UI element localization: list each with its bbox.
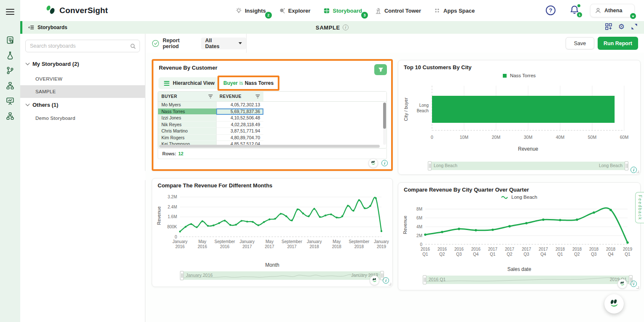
chart-legend[interactable]: Long Beach	[398, 195, 640, 200]
panel-footer-icons: i	[370, 276, 389, 285]
buyer-cell[interactable]: Chris Martino	[158, 128, 216, 135]
search-input[interactable]	[30, 40, 127, 52]
filter-lines-icon[interactable]	[208, 95, 213, 98]
revenue-cell[interactable]: 4,05,72,302.13	[216, 102, 263, 108]
flask-icon[interactable]	[6, 51, 14, 60]
horizontal-scrollbar[interactable]	[159, 145, 382, 148]
caret-down-icon	[239, 42, 242, 46]
svg-text:800K: 800K	[167, 225, 177, 229]
buyer-cell[interactable]: Kim Rogers	[158, 135, 216, 141]
vertical-scrollbar[interactable]	[383, 103, 386, 145]
slider-handle-right[interactable]	[625, 161, 628, 170]
category-range-slider[interactable]: Long Beach Long Beach	[429, 162, 628, 170]
resize-corner[interactable]	[636, 170, 639, 173]
buyer-cell[interactable]: Mo Myers	[158, 102, 216, 108]
sidebar-group-others[interactable]: Others (1)	[20, 99, 145, 110]
nav-control-tower[interactable]: Control Tower	[375, 7, 421, 14]
scrollbar-thumb[interactable]	[159, 145, 380, 148]
feedback-tab[interactable]: Feedback	[635, 192, 644, 223]
revenue-cell[interactable]: 4,10,52,506.48	[216, 115, 263, 122]
nav-explorer[interactable]: Explorer	[279, 7, 311, 14]
nav-insights[interactable]: Insights 2	[235, 7, 266, 14]
filter-lines-icon[interactable]	[255, 95, 260, 98]
sidebar-group-my-storyboard[interactable]: My Storyboard (2)	[20, 58, 145, 69]
column-header-revenue[interactable]: REVENUE	[216, 92, 263, 101]
resize-corner[interactable]	[389, 283, 391, 285]
table-row[interactable]: Chris Martino3,87,51,771.94	[158, 128, 386, 135]
branch-icon[interactable]	[6, 66, 14, 75]
table-row[interactable]: Izzi Jones4,10,52,506.48	[158, 115, 386, 122]
buyer-cell[interactable]: Izzi Jones	[158, 115, 216, 122]
org-chart-icon[interactable]	[6, 112, 14, 120]
info-icon[interactable]: i	[631, 167, 637, 173]
panel-title: Revenue By Customer	[159, 65, 217, 71]
svg-text:2017: 2017	[488, 247, 498, 252]
slider-handle-left[interactable]	[428, 161, 432, 170]
svg-text:Q4: Q4	[608, 252, 614, 257]
sidebar-item-overview[interactable]: OVERVIEW	[20, 73, 145, 85]
hierarchical-view-button[interactable]: Hierarchical View	[158, 77, 220, 89]
panel-revenue-by-quarter: Compare Revenue By City Quarter Over Qua…	[398, 182, 641, 290]
svg-text:2.4M: 2.4M	[168, 205, 177, 209]
hamburger-menu-icon[interactable]	[6, 9, 14, 15]
svg-text:2017: 2017	[242, 244, 252, 249]
run-report-button[interactable]: Run Report	[598, 37, 638, 50]
svg-text:September: September	[215, 239, 236, 244]
date-range-slider[interactable]: January 2016 January 2019	[181, 271, 383, 280]
conversight-logo[interactable]: ConverSight	[44, 4, 108, 17]
nav-storyboard[interactable]: Storyboard 3	[323, 7, 362, 14]
resize-corner[interactable]	[636, 286, 639, 289]
info-icon[interactable]: i	[381, 160, 388, 166]
slider-handle-left[interactable]	[180, 271, 184, 280]
svg-text:Beach: Beach	[417, 108, 429, 113]
buyer-cell[interactable]: Nass Torres	[158, 108, 216, 115]
info-icon[interactable]: i	[383, 277, 389, 284]
table-row[interactable]: Kim Rogers4,80,89,704.70	[158, 135, 386, 141]
panel-top10-customers-by-city: Top 10 Customers By City Nass Torres 010…	[398, 60, 641, 175]
x-axis-label: Month	[152, 262, 392, 268]
save-button[interactable]: Save	[566, 37, 594, 49]
table-row[interactable]: Nik Reyes4,02,28,118.49	[158, 122, 386, 128]
revenue-cell[interactable]: 4,80,89,704.70	[216, 135, 263, 141]
check-circle-icon[interactable]	[152, 40, 159, 47]
athena-chat-icon[interactable]	[368, 158, 378, 168]
hierarchy-icon[interactable]	[6, 81, 14, 90]
sidebar-item-demo-storyboard[interactable]: Demo Storyboard	[20, 112, 145, 124]
slider-handle-left[interactable]	[423, 275, 427, 284]
nav-apps-space[interactable]: Apps Space	[434, 7, 475, 14]
date-range-slider[interactable]: 2016 Q1 2019 Q1	[424, 276, 632, 284]
table-row[interactable]: Mo Myers4,05,72,302.13	[158, 102, 386, 108]
add-widget-icon[interactable]	[605, 23, 612, 30]
search-icon[interactable]	[130, 43, 136, 51]
revenue-cell[interactable]: 5,69,71,837.36	[216, 108, 263, 115]
info-icon[interactable]: i	[631, 281, 637, 287]
athena-chat-icon[interactable]	[617, 279, 627, 289]
revenue-cell[interactable]: 3,87,51,771.94	[216, 128, 263, 135]
user-menu[interactable]: Athena	[590, 4, 635, 17]
settings-gear-icon[interactable]: ⚙	[618, 23, 625, 30]
revenue-cell[interactable]: 4,02,28,118.49	[216, 122, 263, 128]
buyer-cell[interactable]: Nik Reyes	[158, 122, 216, 128]
app-root: ConverSight Insights 2 Explorer Storyboa…	[0, 0, 644, 322]
notifications-bell-icon[interactable]: 1	[570, 5, 580, 15]
report-period-group: Report period All Dates	[145, 34, 247, 53]
chart-legend[interactable]: Nass Torres	[398, 73, 640, 78]
svg-text:January: January	[172, 239, 188, 244]
help-icon[interactable]: ?	[546, 5, 555, 15]
scrollbar-thumb[interactable]	[383, 103, 386, 129]
svg-text:2M: 2M	[416, 233, 422, 238]
filter-button[interactable]	[374, 64, 387, 75]
sample-info-icon[interactable]: i	[343, 24, 349, 30]
search-box[interactable]	[25, 40, 140, 52]
athena-chat-icon[interactable]	[370, 276, 379, 285]
report-period-select[interactable]: All Dates	[201, 38, 246, 49]
sidebar-item-sample[interactable]: SAMPLE	[20, 85, 145, 98]
table-row[interactable]: Nass Torres5,69,71,837.36	[158, 108, 386, 115]
buyer-filter-chip[interactable]: Buyer is Nass Torres	[219, 77, 278, 89]
presentation-chart-icon[interactable]	[6, 97, 14, 105]
athena-chat-fab[interactable]	[604, 294, 624, 314]
svg-text:0: 0	[420, 242, 422, 247]
column-header-buyer[interactable]: BUYER	[158, 92, 216, 101]
document-search-icon[interactable]	[6, 36, 14, 44]
expand-icon[interactable]	[631, 23, 638, 30]
